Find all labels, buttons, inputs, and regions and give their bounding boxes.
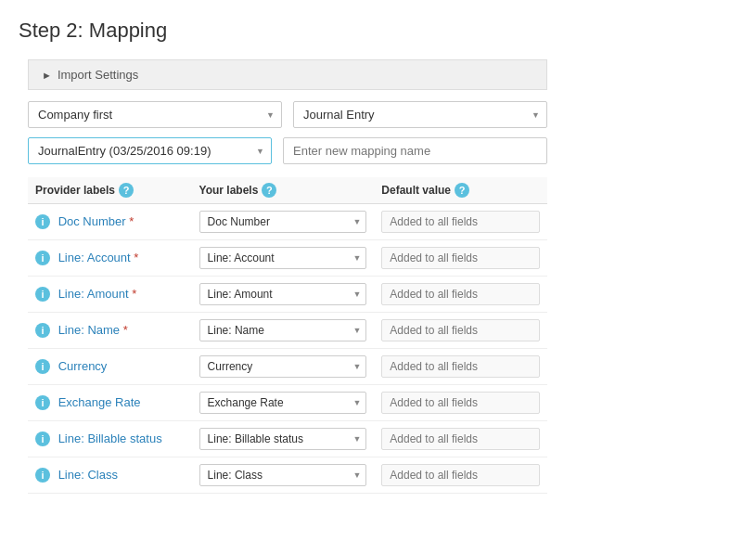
mapping-name-input[interactable] [283,137,547,164]
your-label-select-0[interactable]: Doc Number [199,211,367,233]
your-label-select-6[interactable]: Line: Billable status [199,428,367,450]
page-title: Step 2: Mapping [19,19,737,43]
your-label-cell: Doc Number▼ [192,204,375,240]
default-value-input[interactable] [381,355,540,378]
table-row: i Line: Class Line: Class▼ [28,457,547,494]
table-row: i Line: Name * Line: Name▼ [28,313,547,349]
mapping-table: Provider labels ? Your labels ? Default … [28,177,547,494]
table-row: i Line: Billable status Line: Billable s… [28,421,547,457]
your-label-cell: Currency▼ [192,349,375,385]
provider-label-text: Doc Number * [58,214,135,228]
provider-label-text: Line: Billable status [58,432,162,445]
your-labels-help-icon[interactable]: ? [262,183,276,198]
provider-label-text: Line: Amount * [58,287,137,301]
mapping-select[interactable]: JournalEntry (03/25/2016 09:19) [28,137,272,164]
chevron-right-icon: ► [42,70,52,81]
th-default-value: Default value ? [374,177,547,204]
default-value-input[interactable] [381,247,540,269]
mapping-row-top: JournalEntry (03/25/2016 09:19) [28,137,547,164]
info-icon[interactable]: i [35,432,50,446]
import-settings-bar[interactable]: ► Import Settings [28,59,547,90]
table-header-row: Provider labels ? Your labels ? Default … [28,177,547,204]
info-icon[interactable]: i [35,214,50,229]
your-label-select-7[interactable]: Line: Class [199,464,367,486]
your-label-select-2[interactable]: Line: Amount [199,283,367,305]
company-select-wrapper: Company first Company last [28,101,282,128]
table-row: i Doc Number * Doc Number▼ [28,204,547,240]
default-value-input[interactable] [381,283,540,305]
your-label-select-1[interactable]: Line: Account [199,247,367,269]
provider-label-text: Exchange Rate [58,395,141,409]
default-value-cell [374,240,547,277]
provider-label-cell: i Line: Billable status [28,421,192,457]
your-label-select-3[interactable]: Line: Name [199,319,367,341]
info-icon[interactable]: i [35,359,50,374]
provider-label-cell: i Line: Class [28,457,192,494]
default-value-cell [374,277,547,313]
provider-label-cell: i Line: Amount * [28,277,192,313]
default-value-cell [374,457,547,494]
import-settings-label: Import Settings [58,68,138,82]
provider-labels-text: Provider labels [35,184,115,197]
your-label-cell: Line: Amount▼ [192,277,375,313]
info-icon[interactable]: i [35,251,50,265]
your-label-cell: Line: Name▼ [192,313,375,349]
provider-label-cell: i Doc Number * [28,204,192,240]
provider-label-text: Line: Name * [58,323,128,337]
info-icon[interactable]: i [35,468,50,483]
mapping-select-wrapper: JournalEntry (03/25/2016 09:19) [28,137,272,164]
info-icon[interactable]: i [35,323,50,338]
company-select[interactable]: Company first Company last [28,101,282,128]
provider-label-cell: i Line: Account * [28,240,192,277]
default-value-cell [374,313,547,349]
table-row: i Line: Amount * Line: Amount▼ [28,277,547,313]
default-value-cell [374,204,547,240]
th-your-labels: Your labels ? [192,177,375,204]
th-provider-labels: Provider labels ? [28,177,192,204]
your-label-select-5[interactable]: Exchange Rate [199,392,367,414]
table-row: i Line: Account * Line: Account▼ [28,240,547,277]
provider-labels-help-icon[interactable]: ? [119,183,134,198]
your-label-cell: Line: Class▼ [192,457,375,494]
default-value-input[interactable] [381,211,540,233]
default-value-cell [374,421,547,457]
provider-label-text: Line: Account * [58,251,139,264]
your-labels-text: Your labels [199,184,259,197]
default-value-input[interactable] [381,464,540,486]
provider-label-text: Currency [58,359,108,373]
your-label-select-4[interactable]: Currency [199,355,367,378]
default-value-input[interactable] [381,428,540,450]
default-value-cell [374,385,547,421]
default-value-help-icon[interactable]: ? [455,183,469,198]
type-select[interactable]: Journal Entry Invoice Bill [293,101,547,128]
your-label-cell: Line: Account▼ [192,240,375,277]
your-label-cell: Exchange Rate▼ [192,385,375,421]
default-value-cell [374,349,547,385]
table-row: i Currency Currency▼ [28,349,547,385]
provider-label-cell: i Exchange Rate [28,385,192,421]
default-value-text: Default value [381,184,451,197]
your-label-cell: Line: Billable status▼ [192,421,375,457]
default-value-input[interactable] [381,319,540,341]
main-container: ► Import Settings Company first Company … [28,59,737,494]
provider-label-text: Line: Class [58,468,118,482]
info-icon[interactable]: i [35,287,50,302]
default-value-input[interactable] [381,392,540,414]
selects-row: Company first Company last Journal Entry… [28,101,547,128]
provider-label-cell: i Currency [28,349,192,385]
provider-label-cell: i Line: Name * [28,313,192,349]
table-row: i Exchange Rate Exchange Rate▼ [28,385,547,421]
type-select-wrapper: Journal Entry Invoice Bill [293,101,547,128]
info-icon[interactable]: i [35,395,50,410]
